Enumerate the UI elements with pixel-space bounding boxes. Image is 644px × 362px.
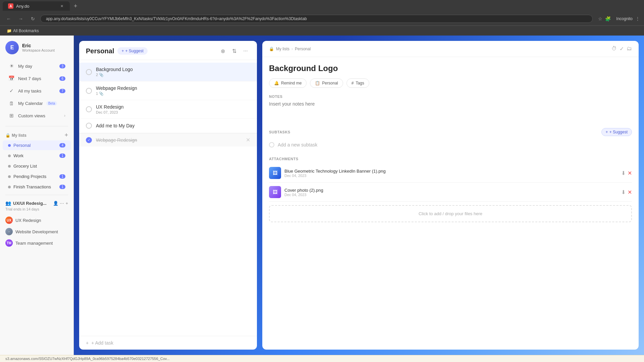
clock-icon[interactable]: ⏱ bbox=[611, 46, 617, 52]
my-day-badge: 3 bbox=[59, 64, 65, 68]
add-list-button[interactable]: + bbox=[64, 132, 68, 139]
grid-icon: ⊞ bbox=[8, 112, 15, 119]
list-label-personal: Personal bbox=[13, 143, 31, 148]
tab-close-icon[interactable]: ✕ bbox=[59, 3, 64, 9]
task-checkbox-webpage[interactable] bbox=[86, 88, 92, 94]
list-label-grocery: Grocery List bbox=[13, 164, 37, 169]
list-icon: 📋 bbox=[315, 81, 320, 85]
subtasks-section: SUBTASKS + + Suggest Add a new subtask bbox=[269, 128, 632, 150]
url-text: app.any.do/tasks/lists/uy0CCuvYFYMIJb6eM… bbox=[46, 16, 307, 21]
drop-zone[interactable]: Click to add / drop your files here bbox=[269, 205, 632, 222]
add-subtask-row[interactable]: Add a new subtask bbox=[269, 139, 632, 150]
ws-item-website[interactable]: ·· Website Development bbox=[0, 226, 73, 237]
list-label-work: Work bbox=[13, 153, 23, 158]
sidebar-item-next-7-days[interactable]: 📅 Next 7 days 6 bbox=[3, 72, 71, 84]
completed-checkbox[interactable]: ✓ bbox=[86, 137, 92, 143]
completed-remove-icon[interactable]: ✕ bbox=[246, 137, 250, 143]
remove-icon-1[interactable]: ✕ bbox=[628, 170, 632, 176]
forward-button[interactable]: → bbox=[16, 14, 25, 23]
personal-tag-button[interactable]: 📋 Personal bbox=[310, 78, 343, 88]
breadcrumb-lists[interactable]: My lists bbox=[276, 47, 289, 51]
task-item-bg-logo[interactable]: Background Logo 2 📎 bbox=[79, 63, 257, 81]
sidebar-item-my-day[interactable]: ☀ My day 3 bbox=[3, 60, 71, 72]
ws-item-team[interactable]: TM Team management bbox=[0, 237, 73, 249]
sidebar-item-grocery[interactable]: Grocery List bbox=[3, 161, 71, 171]
nav-label-next-7: Next 7 days bbox=[18, 76, 41, 81]
task-name-add-day: Add me to My Day bbox=[96, 123, 250, 128]
panel-close-icon[interactable]: ⊗ bbox=[218, 46, 227, 56]
all-tasks-badge: 7 bbox=[59, 89, 65, 93]
download-icon-1[interactable]: ⬇ bbox=[621, 170, 626, 176]
completed-task-item[interactable]: ✓ Webpage Redesign ✕ bbox=[79, 133, 257, 146]
sidebar: E Eric Workspace Account ☀ My day 3 📅 Ne… bbox=[0, 36, 74, 355]
tab-title: Any.do bbox=[16, 4, 30, 9]
sidebar-item-custom-views[interactable]: ⊞ Custom views › bbox=[3, 110, 71, 122]
list-dot-pending bbox=[8, 175, 11, 178]
menu-icon[interactable]: ⋮ bbox=[635, 16, 640, 21]
workspace-more-icon[interactable]: ⋯ bbox=[60, 201, 64, 206]
panel-actions: ⊗ ⇅ ··· bbox=[218, 46, 250, 56]
extension-icon[interactable]: 🧩 bbox=[605, 16, 611, 21]
ws-label-team: Team management bbox=[15, 241, 53, 246]
trial-label: Trial ends in 14 days bbox=[5, 207, 68, 211]
attachments-section: ATTACHMENTS 🖼 Blue Geometric Technology … bbox=[269, 157, 632, 222]
attachment-thumb-1: 🖼 bbox=[269, 167, 281, 179]
subtasks-label: SUBTASKS bbox=[269, 130, 290, 134]
task-checkbox-ux[interactable] bbox=[86, 106, 92, 112]
task-checkbox-bg-logo[interactable] bbox=[86, 69, 92, 75]
checkmark-icon[interactable]: ✓ bbox=[620, 46, 624, 52]
new-tab-button[interactable]: + bbox=[71, 3, 80, 10]
bookmark-item[interactable]: 📁 All Bookmarks bbox=[4, 28, 42, 34]
panel-sort-icon[interactable]: ⇅ bbox=[229, 46, 239, 56]
workspace-add-icon[interactable]: + bbox=[65, 201, 68, 206]
nav-label-calendar: My Calendar bbox=[18, 101, 43, 106]
tags-button[interactable]: # Tags bbox=[346, 78, 369, 88]
workspace-name: 👥 UX/UI Redesig... bbox=[5, 200, 47, 206]
sidebar-lists-header: 🔒 My lists + bbox=[0, 129, 73, 140]
incognito-label: Incognito bbox=[616, 16, 633, 21]
back-button[interactable]: ← bbox=[4, 14, 13, 23]
attachment-date-2: Dec 04, 2023 bbox=[284, 193, 618, 197]
panel-title: Personal bbox=[86, 47, 114, 55]
add-task-button[interactable]: + + Add task bbox=[79, 336, 257, 350]
nav-label-all-tasks: All my tasks bbox=[18, 88, 41, 94]
sidebar-item-calendar[interactable]: 🗓 My Calendar Beta bbox=[3, 97, 71, 109]
sidebar-item-pending[interactable]: Pending Projects 1 bbox=[3, 172, 71, 181]
attachment-name-2: Cover photo (2).png bbox=[284, 188, 618, 193]
ws-item-ux[interactable]: UX UX Redesign bbox=[0, 215, 73, 226]
workspace-users-icon[interactable]: 👤 bbox=[53, 201, 58, 206]
url-bar[interactable]: app.any.do/tasks/lists/uy0CCuvYFYMIJb6eM… bbox=[40, 15, 593, 23]
detail-actions: 🔔 Remind me 📋 Personal # Tags bbox=[269, 78, 632, 88]
task-item-add-day[interactable]: Add me to My Day bbox=[79, 119, 257, 133]
subtask-suggest-button[interactable]: + + Suggest bbox=[601, 128, 632, 136]
detail-panel: 🔒 My lists › Personal ⏱ ✓ 🗂 Background L… bbox=[262, 41, 639, 350]
sidebar-user[interactable]: E Eric Workspace Account bbox=[0, 36, 73, 58]
task-item-webpage[interactable]: Webpage Redesign 1 📎 bbox=[79, 81, 257, 100]
sidebar-item-work[interactable]: Work 1 bbox=[3, 151, 71, 161]
panel-suggest-button[interactable]: + + Suggest bbox=[117, 47, 147, 55]
task-list: Background Logo 2 📎 Webpage Redesign 1 📎 bbox=[79, 60, 257, 336]
remind-me-button[interactable]: 🔔 Remind me bbox=[269, 78, 307, 88]
bookmark-star-icon[interactable]: ☆ bbox=[598, 16, 602, 21]
attachments-label: ATTACHMENTS bbox=[269, 157, 632, 161]
task-item-ux[interactable]: UX Redesign Dec 07, 2023 bbox=[79, 100, 257, 119]
attachment-item-2[interactable]: 🖼 Cover photo (2).png Dec 04, 2023 ⬇ ✕ bbox=[269, 183, 632, 202]
browser-tab[interactable]: A Any.do ✕ bbox=[3, 1, 70, 11]
download-icon-2[interactable]: ⬇ bbox=[621, 189, 626, 195]
remove-icon-2[interactable]: ✕ bbox=[628, 189, 632, 195]
sidebar-item-finish[interactable]: Finish Transactions 1 bbox=[3, 182, 71, 192]
tags-label: Tags bbox=[356, 81, 364, 85]
archive-icon[interactable]: 🗂 bbox=[627, 46, 632, 52]
panel-more-icon[interactable]: ··· bbox=[241, 46, 250, 56]
notes-input[interactable] bbox=[269, 101, 632, 121]
task-checkbox-add-day[interactable] bbox=[86, 123, 92, 129]
list-dot-grocery bbox=[8, 165, 11, 168]
calendar-beta-badge: Beta bbox=[46, 101, 57, 106]
reload-button[interactable]: ↻ bbox=[28, 14, 38, 23]
attachment-item-1[interactable]: 🖼 Blue Geometric Technology LinkedIn Ban… bbox=[269, 164, 632, 183]
subtask-plus-icon: + bbox=[606, 130, 608, 134]
sidebar-item-all-tasks[interactable]: ✓ All my tasks 7 bbox=[3, 85, 71, 97]
nav-bar: ← → ↻ app.any.do/tasks/lists/uy0CCuvYFYM… bbox=[0, 12, 644, 25]
add-subtask-label: Add a new subtask bbox=[278, 142, 317, 147]
sidebar-item-personal[interactable]: Personal 4 bbox=[3, 140, 71, 150]
